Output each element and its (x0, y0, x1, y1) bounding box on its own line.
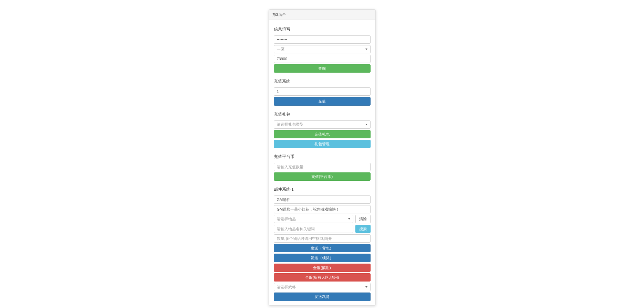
platform-recharge-button[interactable]: 充值(平台币) (274, 172, 371, 181)
panel-title: 放3后台 (269, 10, 375, 20)
gift-type-select-value: 请选择礼包类型 (277, 122, 303, 127)
section-info-label: 信息填写 (274, 27, 371, 32)
global-all-button[interactable]: 全服(所有大区,慎用) (274, 273, 371, 282)
caret-down-icon (365, 286, 367, 288)
mail-keyword-input[interactable] (274, 225, 353, 233)
send-general-button[interactable]: 发送武将 (274, 293, 371, 301)
section-gift-label: 充值礼包 (274, 112, 371, 117)
section-mail-label: 邮件系统-1 (274, 187, 371, 192)
section-recharge-label: 充值系统 (274, 79, 371, 84)
send-receive-button[interactable]: 发送（领奖） (274, 254, 371, 262)
mail-item-select[interactable]: 请选择物品 (274, 215, 353, 223)
general-select-value: 请选择武将 (277, 285, 296, 290)
gift-recharge-button[interactable]: 充值礼包 (274, 130, 371, 138)
zone-select[interactable]: 一区 (274, 45, 371, 53)
account-input[interactable] (274, 55, 371, 63)
query-button[interactable]: 查询 (274, 64, 371, 73)
global-caution-button[interactable]: 全服(慎用) (274, 264, 371, 272)
platform-amount-input[interactable] (274, 163, 371, 171)
mail-title-input[interactable] (274, 195, 371, 204)
section-platform-label: 充值平台币 (274, 154, 371, 159)
clear-button[interactable]: 清除 (355, 215, 371, 223)
panel-body: 信息填写 一区 查询 充值系统 充值 充值礼包 请选择礼包类型 充值礼包 礼包管… (269, 20, 375, 305)
mail-content-input[interactable] (274, 205, 371, 213)
recharge-amount-input[interactable] (274, 87, 371, 96)
recharge-button[interactable]: 充值 (274, 97, 371, 105)
mail-item-select-value: 请选择物品 (277, 216, 296, 222)
caret-down-icon (348, 218, 350, 220)
send-bag-button[interactable]: 发送（背包） (274, 244, 371, 252)
gift-type-select[interactable]: 请选择礼包类型 (274, 120, 371, 129)
caret-down-icon (365, 124, 367, 125)
password-input[interactable] (274, 35, 371, 44)
zone-select-value: 一区 (277, 47, 284, 52)
admin-panel: 放3后台 信息填写 一区 查询 充值系统 充值 充值礼包 请选择礼包类型 充值礼… (269, 9, 376, 306)
mail-quantity-input[interactable] (274, 234, 371, 243)
caret-down-icon (365, 49, 367, 50)
general-select[interactable]: 请选择武将 (274, 283, 371, 291)
gift-manage-button[interactable]: 礼包管理 (274, 140, 371, 148)
search-button[interactable]: 搜索 (355, 225, 371, 233)
